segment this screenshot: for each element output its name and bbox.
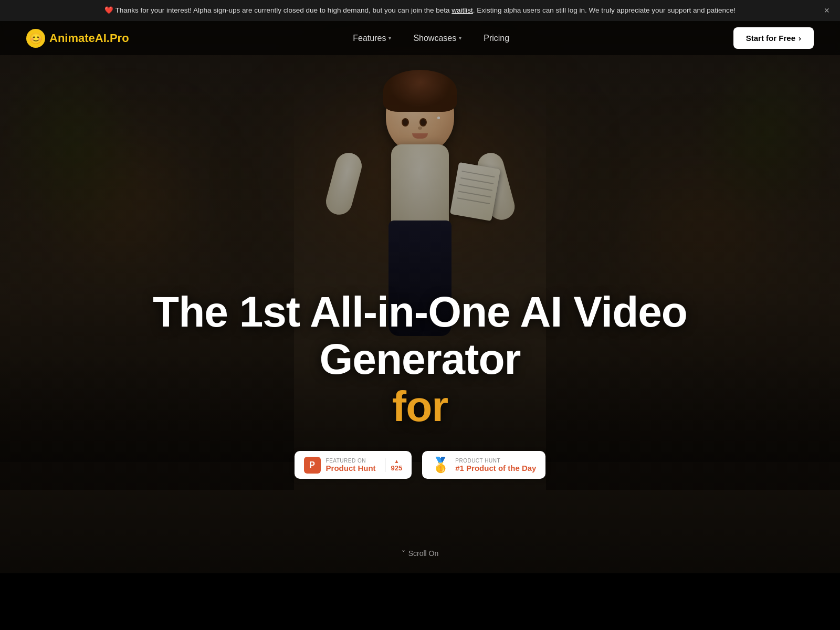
brand-name: AnimateAI.Pro — [49, 32, 129, 45]
nav-features-label: Features — [353, 34, 386, 43]
char-hair — [383, 70, 457, 112]
product-hunt-badge[interactable]: P FEATURED ON Product Hunt ▲ 925 — [295, 451, 412, 479]
brand-logo-icon: 😊 — [26, 29, 45, 48]
char-eye-right — [419, 118, 427, 127]
chevron-down-icon-2: ▾ — [459, 35, 461, 41]
award-label: PRODUCT HUNT — [455, 458, 536, 464]
cta-arrow-icon: › — [799, 34, 801, 43]
hero-section: The 1st All-in-One AI Video Generator fo… — [0, 17, 840, 573]
banner-message-before: ❤️ Thanks for your interest! Alpha sign-… — [104, 6, 452, 14]
hero-title: The 1st All-in-One AI Video Generator fo… — [105, 288, 735, 430]
ph-badge-text: FEATURED ON Product Hunt — [326, 458, 376, 472]
banner-message-after: . Existing alpha users can still log in.… — [473, 6, 736, 14]
nav-item-features: Features ▾ — [344, 29, 400, 47]
nav-menu: Features ▾ Showcases ▾ Pricing — [344, 29, 518, 47]
scroll-label: Scroll On — [408, 549, 439, 558]
ph-count-arrow: ▲ — [394, 458, 399, 464]
char-eye-left — [402, 118, 409, 127]
brand-logo-link[interactable]: 😊 AnimateAI.Pro — [26, 29, 129, 48]
scroll-indicator[interactable]: ˅ Scroll On — [402, 549, 439, 558]
char-body — [391, 144, 449, 228]
cta-label: Start for Free — [746, 34, 795, 43]
scroll-chevron-icon: ˅ — [402, 549, 405, 558]
award-medal-icon: 🥇 — [432, 456, 450, 474]
chevron-down-icon: ▾ — [388, 35, 391, 41]
award-title: #1 Product of the Day — [455, 464, 536, 472]
nav-item-showcases: Showcases ▾ — [405, 29, 470, 47]
brand-name-accent: .Pro — [107, 32, 129, 45]
award-badge: 🥇 PRODUCT HUNT #1 Product of the Day — [422, 451, 545, 479]
award-text: PRODUCT HUNT #1 Product of the Day — [455, 458, 536, 472]
nav-showcases-label: Showcases — [413, 34, 456, 43]
nav-showcases-button[interactable]: Showcases ▾ — [405, 29, 470, 47]
banner-close-button[interactable]: × — [824, 5, 830, 16]
nav-item-pricing: Pricing — [475, 29, 518, 47]
hero-title-line1: The 1st All-in-One AI Video Generator — [153, 288, 687, 383]
brand-name-main: AnimateAI — [49, 32, 107, 45]
ph-name: Product Hunt — [326, 464, 376, 472]
hero-title-line2: for — [392, 382, 448, 430]
badge-row: P FEATURED ON Product Hunt ▲ 925 🥇 PRODU… — [105, 451, 735, 479]
banner-waitlist-link[interactable]: waitlist — [452, 6, 473, 14]
nav-pricing-link[interactable]: Pricing — [475, 29, 518, 47]
top-banner: ❤️ Thanks for your interest! Alpha sign-… — [0, 0, 840, 21]
ph-featured-label: FEATURED ON — [326, 458, 376, 464]
ph-count: ▲ 925 — [385, 458, 403, 472]
nav-features-button[interactable]: Features ▾ — [344, 29, 400, 47]
nav-pricing-label: Pricing — [484, 34, 509, 43]
navbar: 😊 AnimateAI.Pro Features ▾ Showcases ▾ P… — [0, 21, 840, 55]
start-for-free-button[interactable]: Start for Free › — [733, 27, 814, 49]
char-arm-left — [323, 150, 364, 218]
product-hunt-icon: P — [304, 457, 321, 474]
ph-count-number: 925 — [391, 464, 403, 472]
hero-content: The 1st All-in-One AI Video Generator fo… — [105, 288, 735, 479]
